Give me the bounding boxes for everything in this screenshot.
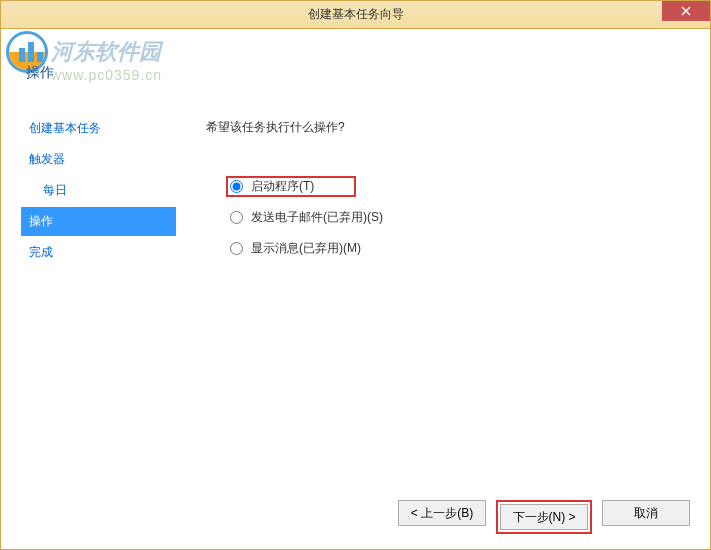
question-text: 希望该任务执行什么操作? (206, 119, 680, 136)
radio-send-email[interactable] (230, 211, 243, 224)
titlebar: 创建基本任务向导 (1, 1, 710, 29)
next-button-wrap: 下一步(N) > (496, 500, 592, 534)
radio-label: 显示消息(已弃用)(M) (251, 240, 361, 257)
back-button[interactable]: < 上一步(B) (398, 500, 486, 526)
content-area: 河东软件园 www.pc0359.cn 操作 创建基本任务 触发器 每日 操作 … (1, 29, 710, 549)
watermark-text: 河东软件园 (51, 37, 161, 67)
sidebar-item-action[interactable]: 操作 (21, 207, 176, 236)
cancel-button[interactable]: 取消 (602, 500, 690, 526)
sidebar-item-daily[interactable]: 每日 (21, 176, 176, 205)
header-area: 河东软件园 www.pc0359.cn 操作 (1, 29, 710, 99)
sidebar-item-create-task[interactable]: 创建基本任务 (21, 114, 176, 143)
footer: < 上一步(B) 下一步(N) > 取消 (398, 500, 690, 534)
radio-label: 启动程序(T) (251, 178, 314, 195)
sidebar-item-trigger[interactable]: 触发器 (21, 145, 176, 174)
sidebar-item-finish[interactable]: 完成 (21, 238, 176, 267)
back-button-wrap: < 上一步(B) (398, 500, 486, 534)
radio-option-show-message[interactable]: 显示消息(已弃用)(M) (226, 238, 680, 259)
radio-start-program[interactable] (230, 180, 243, 193)
radio-group: 启动程序(T) 发送电子邮件(已弃用)(S) 显示消息(已弃用)(M) (226, 176, 680, 259)
wizard-window: 创建基本任务向导 河东软件园 www.pc0359.cn 操作 创建基本任务 触… (0, 0, 711, 550)
next-button[interactable]: 下一步(N) > (500, 504, 588, 530)
sidebar: 创建基本任务 触发器 每日 操作 完成 (1, 99, 176, 549)
window-title: 创建基本任务向导 (308, 6, 404, 23)
radio-option-send-email[interactable]: 发送电子邮件(已弃用)(S) (226, 207, 680, 228)
radio-show-message[interactable] (230, 242, 243, 255)
cancel-button-wrap: 取消 (602, 500, 690, 534)
body: 创建基本任务 触发器 每日 操作 完成 希望该任务执行什么操作? 启动程序(T)… (1, 99, 710, 549)
close-icon (681, 6, 691, 16)
section-title: 操作 (26, 64, 54, 82)
close-button[interactable] (662, 1, 710, 21)
radio-option-start-program[interactable]: 启动程序(T) (226, 176, 356, 197)
main-panel: 希望该任务执行什么操作? 启动程序(T) 发送电子邮件(已弃用)(S) 显示消息… (176, 99, 710, 549)
watermark-url: www.pc0359.cn (51, 67, 162, 83)
radio-label: 发送电子邮件(已弃用)(S) (251, 209, 383, 226)
